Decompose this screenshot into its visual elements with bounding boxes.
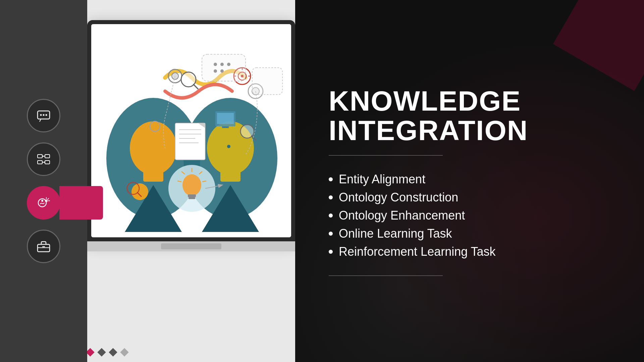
svg-point-51 xyxy=(214,63,217,66)
svg-point-52 xyxy=(220,63,224,66)
bottom-divider xyxy=(329,276,443,276)
svg-point-9 xyxy=(41,200,43,202)
right-content: KNOWLEDGE INTEGRATION Entity Alignment O… xyxy=(329,86,610,276)
svg-point-28 xyxy=(182,174,201,196)
svg-rect-25 xyxy=(220,168,240,182)
svg-point-19 xyxy=(131,183,148,200)
svg-point-2 xyxy=(43,114,45,116)
bullet-text-3: Ontology Enhancement xyxy=(339,208,465,223)
bullet-text-5: Reinforcement Learning Task xyxy=(339,245,496,259)
pagination-dot-1[interactable] xyxy=(86,348,94,356)
svg-point-3 xyxy=(46,114,47,116)
sidebar-item-business[interactable] xyxy=(27,230,60,263)
svg-rect-50 xyxy=(252,68,282,95)
bullet-dot-1 xyxy=(329,177,333,181)
svg-rect-64 xyxy=(222,126,229,128)
bullet-list: Entity Alignment Ontology Construction O… xyxy=(329,172,610,259)
svg-point-26 xyxy=(227,145,230,148)
bullet-dot-3 xyxy=(329,214,333,218)
svg-point-1 xyxy=(40,114,42,116)
bullet-dot-5 xyxy=(329,250,333,254)
bullet-item-3: Ontology Enhancement xyxy=(329,208,610,223)
bullet-dot-4 xyxy=(329,232,333,236)
laptop-wrapper xyxy=(87,20,295,261)
svg-rect-18 xyxy=(143,168,163,182)
svg-rect-29 xyxy=(188,194,196,197)
svg-point-54 xyxy=(214,69,217,73)
svg-rect-5 xyxy=(45,155,50,158)
bullet-text-4: Online Learning Task xyxy=(339,227,452,241)
bullet-item-5: Reinforcement Learning Task xyxy=(329,245,610,259)
bullet-item-2: Ontology Construction xyxy=(329,190,610,204)
sidebar-item-chat[interactable] xyxy=(27,99,60,132)
sidebar-item-process[interactable] xyxy=(27,142,60,176)
main-title: KNOWLEDGE INTEGRATION xyxy=(329,86,610,145)
pagination xyxy=(87,349,127,355)
svg-rect-6 xyxy=(38,161,42,164)
heading-line1: KNOWLEDGE xyxy=(329,85,521,117)
pagination-dot-3[interactable] xyxy=(109,348,117,356)
right-panel: KNOWLEDGE INTEGRATION Entity Alignment O… xyxy=(295,0,644,362)
svg-point-55 xyxy=(220,69,224,73)
svg-point-53 xyxy=(227,63,230,66)
laptop-body xyxy=(87,20,295,241)
left-panel xyxy=(0,0,295,362)
sidebar-item-knowledge[interactable] xyxy=(27,186,60,220)
svg-point-10 xyxy=(45,199,48,202)
bullet-text-2: Ontology Construction xyxy=(339,190,458,204)
svg-rect-30 xyxy=(189,197,195,199)
top-divider xyxy=(329,155,443,156)
bullet-item-4: Online Learning Task xyxy=(329,227,610,241)
svg-point-17 xyxy=(130,121,177,175)
heading-line2: INTEGRATION xyxy=(329,115,528,146)
svg-rect-49 xyxy=(202,54,246,81)
bullet-item-1: Entity Alignment xyxy=(329,172,610,186)
svg-rect-63 xyxy=(217,113,234,124)
svg-rect-4 xyxy=(38,155,42,158)
sidebar xyxy=(0,0,87,362)
laptop-trackpad xyxy=(161,243,221,249)
pagination-dot-4[interactable] xyxy=(120,348,128,356)
bullet-dot-2 xyxy=(329,195,333,199)
laptop-screen xyxy=(91,24,291,237)
laptop-base xyxy=(77,241,305,251)
bullet-text-1: Entity Alignment xyxy=(339,172,425,186)
pagination-dot-2[interactable] xyxy=(97,348,106,356)
svg-rect-56 xyxy=(175,123,205,160)
svg-rect-7 xyxy=(45,161,50,164)
